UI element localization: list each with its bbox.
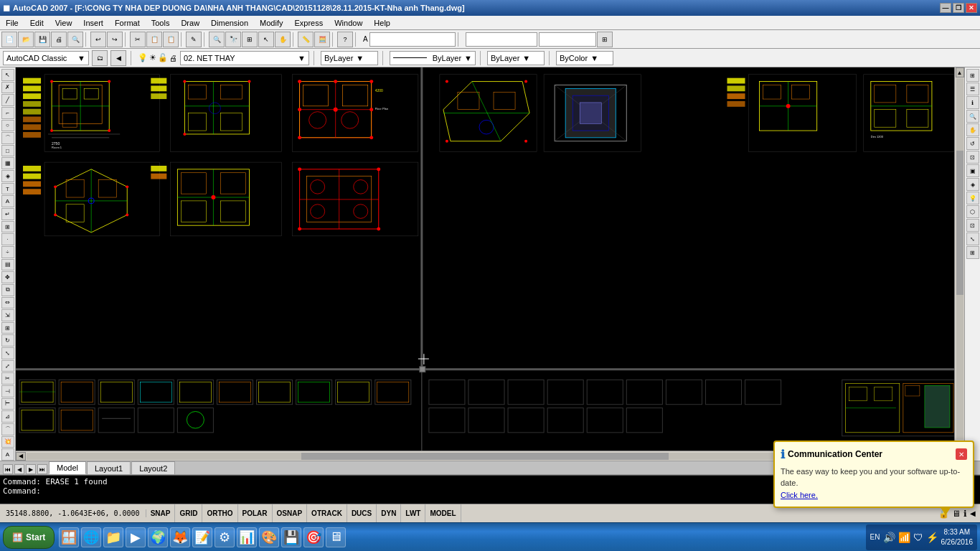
taskbar-app-firefox[interactable]: 🦊 [170, 527, 190, 547]
fillet-tool[interactable]: ⌒ [1, 423, 14, 435]
zoom-prev-btn[interactable]: ↖ [258, 32, 274, 47]
menu-window[interactable]: Window [329, 17, 368, 29]
array-tool[interactable]: ⊞ [1, 322, 14, 334]
taskbar-app-ie[interactable]: 🌐 [81, 527, 101, 547]
v-scrollbar[interactable]: ▲ ▼ [954, 67, 964, 451]
redo-btn[interactable]: ↪ [107, 32, 123, 47]
paste-btn[interactable]: 📋 [163, 32, 179, 47]
usb-tray-icon[interactable]: ⚡ [926, 532, 938, 543]
tray-arrow[interactable]: ◀ [970, 509, 976, 517]
menu-express[interactable]: Express [288, 17, 329, 29]
circle-tool[interactable]: ○ [1, 120, 14, 132]
v-scroll-thumb[interactable] [956, 151, 963, 296]
window-minimize-btn[interactable]: — [940, 3, 951, 13]
zoom-in-btn[interactable]: 🔍 [209, 32, 225, 47]
layer-dialog-btn[interactable]: 🗂 [92, 50, 108, 66]
offset-tool[interactable]: ⇲ [1, 309, 14, 321]
text-style-dropdown[interactable] [369, 32, 456, 47]
dim-style2-dropdown[interactable] [539, 32, 596, 47]
scale-tool[interactable]: ⤡ [1, 347, 14, 359]
break-tool[interactable]: ⊢ [1, 398, 14, 410]
menu-dimension[interactable]: Dimension [205, 17, 254, 29]
network-tray-icon[interactable]: 📶 [898, 532, 910, 543]
snap-btn[interactable]: SNAP [146, 504, 176, 522]
taskbar-app-paint[interactable]: 🎨 [259, 527, 279, 547]
drawing-viewport[interactable]: 2750 Room 1 [16, 67, 964, 461]
menu-edit[interactable]: Edit [24, 17, 50, 29]
zoom-tool-right[interactable]: 🔍 [966, 110, 979, 123]
gradient-tool[interactable]: ▤ [1, 259, 14, 271]
trim-tool[interactable]: ✂ [1, 372, 14, 385]
wblock-btn[interactable]: ⊞ [966, 246, 979, 259]
dim-style-dropdown[interactable] [466, 32, 537, 47]
tab-nav-last[interactable]: ⏭ [37, 464, 47, 474]
taskbar-app-explorer[interactable]: 📁 [103, 527, 123, 547]
volume-icon[interactable]: 🔊 [883, 532, 895, 543]
insert-tool[interactable]: ↵ [1, 208, 14, 220]
linetype-dropdown[interactable]: ByLayer▼ [390, 51, 476, 65]
menu-file[interactable]: File [0, 17, 24, 29]
line-tool[interactable]: ╱ [1, 94, 14, 106]
menu-draw[interactable]: Draw [175, 17, 205, 29]
menu-tools[interactable]: Tools [146, 17, 176, 29]
orbit-tool[interactable]: ↺ [966, 137, 979, 150]
plotstyle-dropdown[interactable]: ByColor▼ [556, 51, 613, 65]
scroll-up-btn[interactable]: ▲ [956, 67, 964, 77]
lwt-btn[interactable]: LWT [401, 504, 425, 522]
region-tool[interactable]: ◈ [1, 170, 14, 182]
rect-tool[interactable]: □ [1, 145, 14, 157]
tab-layout1[interactable]: Layout1 [87, 461, 131, 474]
v-scroll-track[interactable] [956, 78, 963, 440]
scroll-left-btn[interactable]: ◀ [16, 452, 26, 461]
copy-obj-tool[interactable]: ⧉ [1, 284, 14, 296]
tab-model[interactable]: Model [49, 461, 86, 474]
explode-tool[interactable]: 💥 [1, 436, 14, 448]
save-btn[interactable]: 💾 [34, 32, 50, 47]
cc-close-btn[interactable]: ✕ [956, 448, 967, 460]
ortho-btn[interactable]: ORTHO [202, 504, 237, 522]
dyn-btn[interactable]: DYN [377, 504, 401, 522]
zoom-extents-btn[interactable]: ⊞ [242, 32, 258, 47]
tool-palette-btn[interactable]: ⊞ [597, 32, 613, 47]
text-tool[interactable]: T [1, 183, 14, 195]
rotate-tool[interactable]: ↻ [1, 334, 14, 347]
erase-tool[interactable]: ✗ [1, 82, 14, 94]
point-tool[interactable]: · [1, 233, 14, 245]
menu-help[interactable]: Help [368, 17, 396, 29]
divide-tool[interactable]: ÷ [1, 246, 14, 258]
color-dropdown[interactable]: ByLayer▼ [321, 51, 378, 65]
model-btn[interactable]: MODEL [425, 504, 461, 522]
stretch-tool[interactable]: ⤢ [1, 360, 14, 372]
polar-btn[interactable]: POLAR [238, 504, 273, 522]
mtext-tool[interactable]: A [1, 195, 14, 207]
osnap-btn[interactable]: OSNAP [273, 504, 308, 522]
taskbar-app-excel[interactable]: 📊 [237, 527, 257, 547]
select-tool[interactable]: ↖ [1, 69, 14, 81]
pline-tool[interactable]: ⌐ [1, 107, 14, 119]
copy-btn[interactable]: 📋 [146, 32, 162, 47]
menu-format[interactable]: Format [109, 17, 146, 29]
zoom-out-btn[interactable]: 🔭 [225, 32, 241, 47]
taskbar-app-usb[interactable]: 💾 [281, 527, 301, 547]
undo-btn[interactable]: ↩ [90, 32, 106, 47]
matchprop-btn[interactable]: ✎ [186, 32, 202, 47]
taskbar-app-windows[interactable]: 🪟 [59, 527, 79, 547]
block-tool[interactable]: ⊞ [1, 221, 14, 233]
taskbar-app-autocad[interactable]: 🖥 [326, 527, 346, 547]
tab-nav-first[interactable]: ⏮ [3, 464, 13, 474]
tab-nav-next[interactable]: ▶ [26, 464, 36, 474]
properties-btn[interactable]: ⊞ [966, 69, 979, 82]
extend-tool[interactable]: ⊣ [1, 385, 14, 397]
lights-btn[interactable]: 💡 [966, 192, 979, 204]
antivirus-icon[interactable]: 🛡 [913, 532, 923, 543]
menu-view[interactable]: View [50, 17, 78, 29]
chamfer-tool[interactable]: ⊿ [1, 410, 14, 423]
render-btn[interactable]: ◈ [966, 178, 979, 191]
taskbar-app-settings[interactable]: ⚙ [215, 527, 235, 547]
layer-prev-btn[interactable]: ◀ [110, 50, 126, 66]
vpclip-btn[interactable]: ⊡ [966, 219, 979, 232]
dist-btn[interactable]: 📏 [298, 32, 314, 47]
info-center-btn[interactable]: ℹ [966, 96, 979, 109]
ducs-btn[interactable]: DUCS [347, 504, 377, 522]
pan-btn[interactable]: ✋ [275, 32, 291, 47]
